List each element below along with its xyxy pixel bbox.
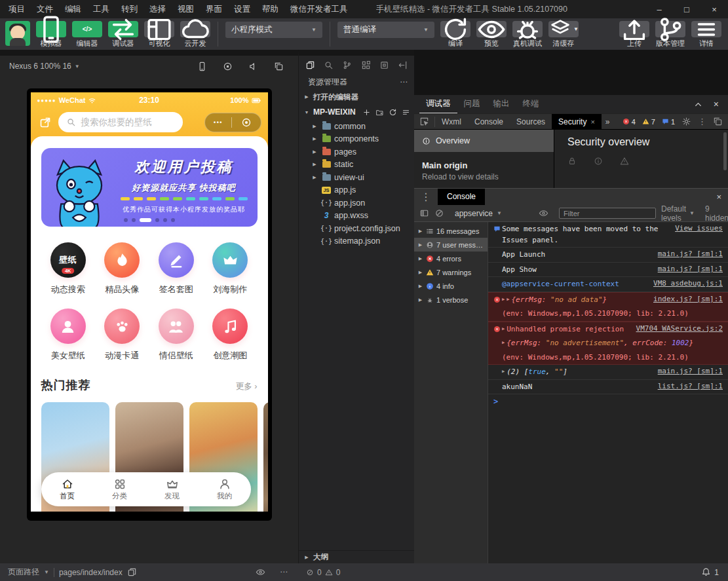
device-frame-icon[interactable]: [197, 62, 207, 71]
tree-item[interactable]: 3app.wxss: [299, 210, 414, 223]
source-link[interactable]: main.js? [sm]:1: [650, 265, 723, 273]
source-link[interactable]: main.js? [sm]:1: [650, 250, 723, 258]
expand-arrow-icon[interactable]: ▶: [502, 338, 507, 345]
eye-icon[interactable]: [256, 567, 265, 577]
close-panel-icon[interactable]: ×: [714, 99, 719, 109]
tree-item[interactable]: {·}app.json: [299, 197, 414, 210]
new-folder-icon[interactable]: [375, 108, 384, 117]
console-filter-info[interactable]: ▶4 info: [414, 279, 488, 293]
bell-icon[interactable]: [701, 567, 711, 577]
git-branch-icon[interactable]: [342, 60, 352, 70]
device-selector[interactable]: Nexus 6 100% 16 ▼: [9, 62, 80, 71]
menu-item[interactable]: 项目: [3, 0, 31, 18]
inspect-element-icon[interactable]: [414, 117, 435, 127]
tab-home[interactable]: 首页: [60, 478, 75, 501]
expand-arrow-icon[interactable]: ▶: [502, 295, 507, 302]
tool-phone[interactable]: 模拟器: [36, 21, 66, 48]
user-avatar[interactable]: [5, 21, 30, 46]
tool-code[interactable]: </>编辑器: [72, 21, 102, 48]
console-filter-error[interactable]: ▶4 errors: [414, 252, 488, 265]
tab-grid[interactable]: 分类: [112, 478, 127, 501]
category-item[interactable]: 美女壁纸: [41, 309, 96, 362]
chevron-up-icon[interactable]: [693, 100, 703, 109]
expand-arrow-icon[interactable]: ▶: [502, 367, 507, 374]
console-filter-user[interactable]: ▶7 user mess…: [414, 238, 488, 252]
console-prompt[interactable]: >: [488, 394, 728, 409]
multi-window-icon[interactable]: [274, 62, 284, 71]
source-link[interactable]: VM8 asdebug.js:1: [645, 279, 723, 288]
console-filter-warning[interactable]: ▶7 warnings: [414, 265, 488, 279]
tree-item[interactable]: {·}project.config.json: [299, 222, 414, 235]
debugger-tab[interactable]: 调试器: [419, 95, 457, 113]
error-count-badge[interactable]: 4: [623, 118, 636, 126]
levels-dropdown[interactable]: Default levels ▼: [661, 204, 695, 223]
devtools-tab[interactable]: Wxml: [435, 114, 468, 130]
open-editors-section[interactable]: ▶ 打开的编辑器: [299, 90, 414, 104]
eye-icon[interactable]: [539, 208, 548, 218]
console-tab[interactable]: Console: [438, 189, 485, 205]
share-icon[interactable]: [39, 116, 52, 129]
tree-item[interactable]: ▶components: [299, 133, 414, 146]
tree-item[interactable]: ▶static: [299, 159, 414, 172]
search-icon[interactable]: [324, 60, 334, 70]
source-link[interactable]: VM704 WAService.js:2: [628, 324, 723, 333]
npm-box-icon[interactable]: [379, 60, 389, 70]
tool-layout[interactable]: 可视化: [144, 21, 174, 48]
copy-icon[interactable]: [127, 567, 137, 577]
close-console-icon[interactable]: ×: [710, 192, 728, 202]
category-item[interactable]: 精品头像: [95, 242, 149, 295]
mode-select[interactable]: 小程序模式 ▼: [225, 22, 322, 38]
issues-count-badge[interactable]: 1: [662, 118, 675, 126]
security-overview-item[interactable]: Overview: [414, 130, 554, 152]
view-issues-link[interactable]: View issues: [667, 224, 723, 233]
tool-swap[interactable]: 调试器: [108, 21, 138, 48]
kebab-menu-icon[interactable]: ⋮: [414, 191, 438, 203]
tabs-overflow-icon[interactable]: »: [602, 117, 614, 126]
tab-person[interactable]: 我的: [217, 478, 232, 501]
tool-cloud[interactable]: 云开发: [180, 21, 210, 48]
source-link[interactable]: index.js? [sm]:1: [645, 295, 723, 303]
warning-count-badge[interactable]: 7: [642, 118, 655, 126]
category-item[interactable]: 动漫卡通: [95, 309, 149, 362]
menu-item[interactable]: 设置: [228, 0, 256, 18]
collapse-panel-icon[interactable]: [398, 60, 408, 70]
expand-arrow-icon[interactable]: ▶: [502, 324, 507, 331]
console-filter-list[interactable]: ▶16 messages: [414, 224, 488, 238]
files-icon[interactable]: [305, 60, 315, 70]
record-icon[interactable]: [223, 62, 233, 71]
tree-item[interactable]: ▶uview-ui: [299, 171, 414, 184]
collapse-all-icon[interactable]: [402, 108, 410, 117]
new-file-icon[interactable]: [362, 108, 371, 117]
more-actions-icon[interactable]: ⋯: [280, 567, 288, 577]
expand-arrow-icon[interactable]: ▶: [507, 295, 511, 302]
tree-item[interactable]: ▶common: [299, 120, 414, 133]
menu-item[interactable]: 微信开发者工具: [284, 0, 354, 18]
tool-eye[interactable]: 预览: [476, 21, 507, 48]
capsule-close-icon[interactable]: [241, 117, 252, 128]
sidebar-toggle-icon[interactable]: [419, 208, 429, 218]
source-link[interactable]: main.js? [sm]:1: [650, 367, 723, 375]
source-link[interactable]: list.js? [sm]:1: [650, 382, 723, 390]
scrollbar-thumb[interactable]: [723, 132, 727, 170]
tool-layers[interactable]: ▼清缓存: [548, 21, 579, 48]
refresh-icon[interactable]: [389, 108, 397, 117]
category-item[interactable]: 创意潮图: [203, 309, 258, 362]
kebab-menu-icon[interactable]: ⋮: [698, 117, 706, 126]
clear-console-icon[interactable]: [434, 208, 444, 218]
extensions-icon[interactable]: [361, 60, 371, 70]
context-selector[interactable]: appservice ▼: [455, 209, 533, 218]
photo-card[interactable]: [263, 402, 268, 512]
outline-section[interactable]: ▶ 大纲: [299, 550, 414, 563]
devtools-tab[interactable]: Console: [468, 114, 510, 130]
capsule-more-icon[interactable]: •••: [214, 119, 223, 126]
settings-gear-icon[interactable]: [681, 117, 691, 126]
tool-menu[interactable]: 详情: [691, 21, 721, 48]
debugger-tab[interactable]: 输出: [487, 95, 516, 113]
project-root[interactable]: ▼ MP-WEIXIN: [299, 104, 414, 120]
more-actions-icon[interactable]: ⋯: [400, 77, 408, 86]
close-tab-icon[interactable]: ×: [590, 114, 594, 130]
tool-refresh[interactable]: 编译: [440, 21, 470, 48]
category-item[interactable]: 刘海制作: [203, 242, 258, 295]
banner-carousel[interactable]: 欢迎用户投稿 好资源就应共享 快投稿吧 优秀作品可获得本小程序发放的奖品耶: [41, 148, 258, 227]
problems-status[interactable]: 0 0: [298, 568, 414, 577]
